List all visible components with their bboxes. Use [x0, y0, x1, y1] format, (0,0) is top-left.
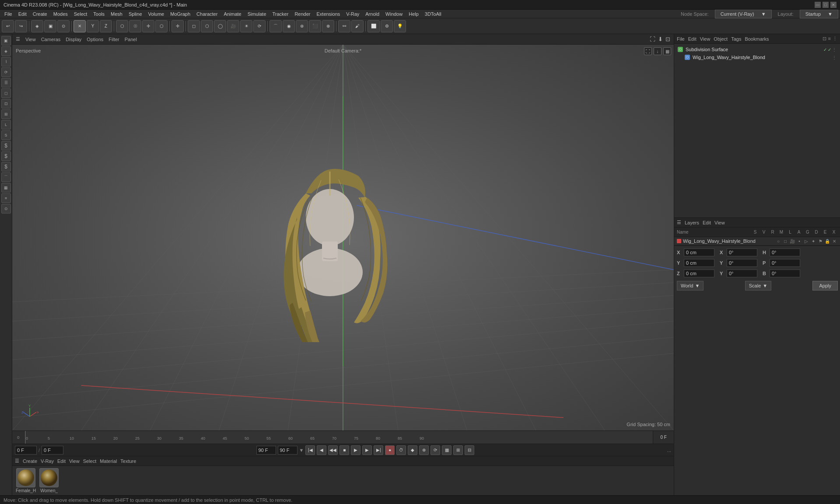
viewport-canvas[interactable]: Perspective Default Camera:* Grid Spacin… — [12, 45, 674, 430]
om-wig-dot-icon[interactable]: ⋮ — [832, 55, 836, 60]
om-icon1[interactable]: ⊡ — [822, 36, 826, 42]
viewport-expand-icon[interactable]: ⛶ — [644, 47, 652, 55]
menu-arnold[interactable]: Arnold — [363, 10, 382, 18]
sidebar-s1-btn[interactable]: S — [1, 130, 11, 140]
layer-icon-x[interactable]: ✕ — [831, 239, 837, 244]
om-item-wig[interactable]: ⬡ Wig_Long_Wavy_Hairstyle_Blond ⋮ — [676, 53, 838, 61]
next-frame-button[interactable]: ▶ — [362, 445, 372, 455]
menu-render[interactable]: Render — [292, 10, 313, 18]
sidebar-hair-btn[interactable]: ⌇ — [1, 57, 11, 66]
om-icon2[interactable]: ≡ — [828, 36, 831, 42]
rectangle-selection-button[interactable]: ▣ — [44, 20, 56, 32]
viewport-layout-icon[interactable]: ▦ — [663, 47, 671, 55]
viewport-menu-display[interactable]: Display — [66, 37, 81, 42]
add-button[interactable]: ✛ — [172, 20, 184, 32]
object-mode-button[interactable]: ⬡ — [116, 20, 128, 32]
sidebar-motion-btn[interactable]: ⟳ — [1, 67, 11, 77]
coords-apply-button[interactable]: Apply — [812, 281, 838, 290]
auto-key-button[interactable]: ⏱ — [396, 445, 406, 455]
menu-edit[interactable]: Edit — [16, 10, 29, 18]
timeline[interactable]: 0 0 5 10 15 20 25 30 35 40 45 50 — [12, 430, 674, 444]
menu-vray[interactable]: V-Ray — [343, 10, 362, 18]
layer-icon-dot[interactable]: • — [796, 239, 802, 244]
material-thumb-2[interactable] — [39, 468, 59, 487]
sidebar-sculpt-btn[interactable]: ◈ — [1, 46, 11, 56]
paint-button[interactable]: 🖌 — [351, 20, 364, 32]
sidebar-s4-btn[interactable]: $ — [1, 162, 11, 172]
end-frame-input[interactable] — [42, 446, 63, 455]
fps-end-input[interactable] — [256, 446, 276, 455]
layer-icon-star[interactable]: ✦ — [810, 239, 816, 244]
sphere-button[interactable]: ◯ — [214, 20, 226, 32]
menu-tracker[interactable]: Tracker — [270, 10, 291, 18]
prev-frame-button[interactable]: ◀ — [317, 445, 326, 455]
layout-dropdown[interactable]: Startup ▼ — [800, 10, 838, 18]
render-view-button[interactable]: ⬜ — [368, 20, 380, 32]
coords-b-input[interactable] — [770, 270, 800, 277]
viewport-menu-filter[interactable]: Filter — [108, 37, 119, 42]
om-menu-object[interactable]: Object — [714, 36, 728, 42]
material-hamburger-icon[interactable]: ☰ — [15, 458, 19, 464]
menu-window[interactable]: Window — [383, 10, 405, 18]
redo-button[interactable]: ↪ — [15, 20, 27, 32]
viewport-icon3[interactable]: ⊡ — [665, 36, 670, 42]
sidebar-obj-btn[interactable]: ◻ — [1, 88, 11, 98]
play-button[interactable]: ▶ — [351, 445, 360, 455]
menu-modes[interactable]: Modes — [51, 10, 70, 18]
material-menu-select[interactable]: Select — [83, 458, 97, 464]
layers-hamburger-icon[interactable]: ☰ — [677, 220, 681, 225]
go-end-button[interactable]: ▶| — [374, 445, 383, 455]
sidebar-s2-btn[interactable]: $ — [1, 141, 11, 150]
extrude-button[interactable]: ⬛ — [309, 20, 321, 32]
path-button[interactable]: ⟳ — [430, 445, 440, 455]
om-check1[interactable]: ✓ — [823, 47, 827, 52]
layers-menu-edit[interactable]: Edit — [703, 220, 711, 225]
rotate-tool-button[interactable]: Z — [100, 20, 112, 32]
material-thumb-1[interactable] — [16, 468, 35, 487]
viewport-menu-view[interactable]: View — [25, 37, 36, 42]
keyframe-button[interactable]: ◆ — [408, 445, 417, 455]
icon-extra-button[interactable]: ⊞ — [453, 445, 463, 455]
edge-mode-button[interactable]: ✛ — [142, 20, 154, 32]
om-icon3[interactable]: ⋮ — [833, 36, 837, 42]
menu-spline[interactable]: Spline — [126, 10, 145, 18]
sidebar-s3-btn[interactable]: $ — [1, 151, 11, 161]
viewport-hamburger-icon[interactable]: ☰ — [16, 36, 20, 42]
minimize-button[interactable]: — — [815, 2, 821, 8]
live-selection-button[interactable]: ◈ — [31, 20, 43, 32]
sidebar-stack-btn[interactable]: ≡ — [1, 193, 11, 203]
undo-button[interactable]: ↩ — [2, 20, 14, 32]
coords-h-input[interactable] — [770, 248, 800, 256]
layer-icon-lock[interactable]: 🔒 — [824, 239, 830, 244]
render-settings-button[interactable]: ⚙ — [381, 20, 393, 32]
light-button[interactable]: ☀ — [240, 20, 252, 32]
record-button[interactable]: ● — [385, 445, 395, 455]
icon-grid-button[interactable]: ▦ — [442, 445, 452, 455]
menu-file[interactable]: File — [2, 10, 15, 18]
sweep-button[interactable]: ⊛ — [296, 20, 308, 32]
coords-scale-dropdown[interactable]: Scale ▼ — [745, 281, 771, 290]
boole-button[interactable]: ◉ — [283, 20, 295, 32]
point-mode-button[interactable]: ☉ — [129, 20, 141, 32]
sidebar-sel-btn[interactable]: ⊡ — [1, 99, 11, 108]
layers-menu-view[interactable]: View — [714, 220, 725, 225]
menu-3dtoall[interactable]: 3DToAll — [422, 10, 444, 18]
material-menu-view[interactable]: View — [69, 458, 80, 464]
material-menu-create[interactable]: Create — [23, 458, 37, 464]
lathe-button[interactable]: ⊕ — [322, 20, 334, 32]
sidebar-model-btn[interactable]: ▣ — [1, 36, 11, 46]
menu-simulate[interactable]: Simulate — [245, 10, 269, 18]
om-item-subdivision[interactable]: ⬡ Subdivision Surface ✓ ✓ ⋮ — [676, 46, 838, 53]
layer-icon-cam[interactable]: 🎥 — [789, 239, 795, 244]
sidebar-bp-btn[interactable]: ☰ — [1, 78, 11, 88]
stop-button[interactable]: ■ — [340, 445, 349, 455]
bend-button[interactable]: ⌒ — [270, 20, 282, 32]
menu-help[interactable]: Help — [406, 10, 421, 18]
menu-mograph[interactable]: MoGraph — [168, 10, 193, 18]
lasso-selection-button[interactable]: ⊙ — [57, 20, 70, 32]
viewport-menu-panel[interactable]: Panel — [125, 37, 137, 42]
om-dot-icon[interactable]: ⋮ — [832, 47, 836, 52]
om-menu-edit[interactable]: Edit — [688, 36, 696, 42]
fps-input[interactable] — [278, 446, 298, 455]
viewport-menu-cameras[interactable]: Cameras — [41, 37, 61, 42]
